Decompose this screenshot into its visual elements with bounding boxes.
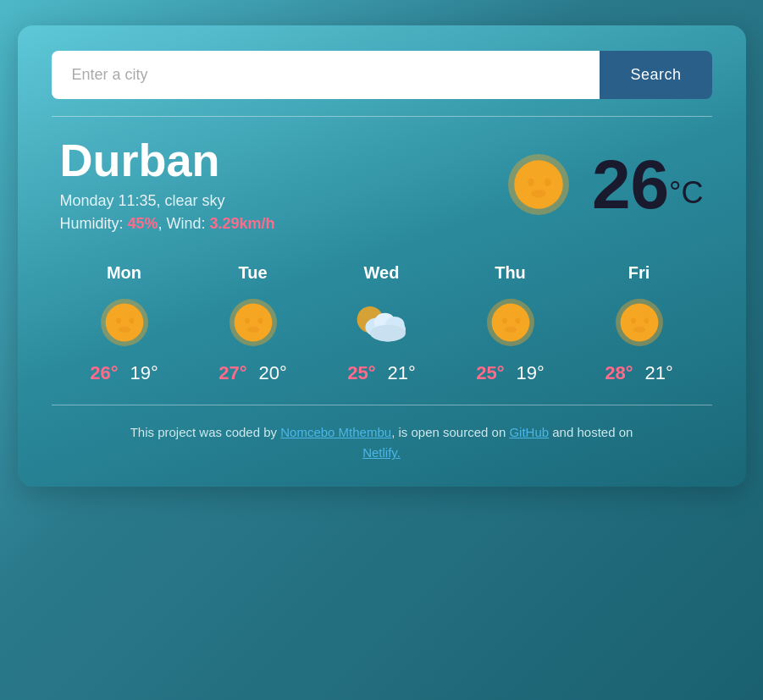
forecast-icon-mon bbox=[95, 293, 154, 352]
app-container: Search Durban Monday 11:35, clear sky Hu… bbox=[18, 25, 746, 487]
forecast-day-wed: Wed 25° 21° bbox=[347, 263, 416, 384]
temp-high-wed: 25° bbox=[347, 362, 375, 384]
temp-high-fri: 28° bbox=[605, 362, 633, 384]
wind-label: , Wind: bbox=[158, 215, 210, 232]
main-weather-icon bbox=[500, 146, 577, 223]
day-label-mon: Mon bbox=[107, 263, 141, 283]
weather-stats: Humidity: 45%, Wind: 3.29km/h bbox=[60, 215, 275, 233]
footer-netlify-link[interactable]: Netlify. bbox=[362, 445, 401, 460]
search-input[interactable] bbox=[52, 51, 600, 99]
humidity-value: 45% bbox=[128, 215, 158, 232]
footer: This project was coded by Nomcebo Mthemb… bbox=[52, 422, 712, 463]
svg-point-3 bbox=[545, 178, 550, 185]
day-label-wed: Wed bbox=[364, 263, 400, 283]
day-label-thu: Thu bbox=[495, 263, 526, 283]
svg-point-1 bbox=[514, 160, 563, 209]
temp-row-wed: 25° 21° bbox=[347, 362, 416, 384]
forecast-day-fri: Fri 28° 21° bbox=[605, 263, 673, 384]
weather-right: 26°C bbox=[500, 146, 704, 223]
svg-point-24 bbox=[515, 318, 520, 324]
footer-github-link[interactable]: GitHub bbox=[509, 425, 549, 439]
temp-row-tue: 27° 20° bbox=[218, 362, 287, 384]
forecast-icon-fri bbox=[610, 293, 669, 352]
svg-point-20 bbox=[370, 325, 406, 342]
divider-bottom bbox=[52, 405, 712, 405]
main-temp: 26 bbox=[592, 146, 669, 223]
temp-row-thu: 25° 19° bbox=[476, 362, 545, 384]
main-temp-display: 26°C bbox=[592, 150, 704, 219]
svg-point-11 bbox=[234, 304, 272, 342]
forecast-icon-tue bbox=[224, 293, 283, 352]
wind-value: 3.29km/h bbox=[210, 215, 275, 232]
svg-point-23 bbox=[502, 318, 507, 324]
forecast-day-tue: Tue 27° 20° bbox=[218, 263, 287, 384]
svg-point-28 bbox=[631, 318, 636, 324]
city-name: Durban bbox=[60, 135, 275, 185]
footer-author-link[interactable]: Nomcebo Mthembu bbox=[280, 425, 391, 439]
svg-point-27 bbox=[620, 304, 658, 342]
temp-high-thu: 25° bbox=[476, 362, 504, 384]
svg-point-9 bbox=[119, 327, 130, 333]
temp-unit: °C bbox=[669, 174, 703, 209]
footer-text-after: and hosted on bbox=[549, 425, 633, 439]
forecast-icon-wed bbox=[352, 293, 412, 352]
forecast-day-mon: Mon 26° 19° bbox=[90, 263, 158, 384]
svg-point-2 bbox=[528, 178, 534, 185]
temp-row-mon: 26° 19° bbox=[90, 362, 158, 384]
svg-point-13 bbox=[257, 318, 263, 324]
divider-top bbox=[52, 116, 712, 117]
svg-point-8 bbox=[129, 318, 134, 324]
temp-low-wed: 21° bbox=[388, 362, 416, 384]
day-label-tue: Tue bbox=[238, 263, 267, 283]
svg-point-30 bbox=[633, 327, 645, 333]
temp-low-tue: 20° bbox=[259, 362, 287, 384]
weather-date: Monday 11:35, clear sky bbox=[60, 192, 275, 210]
svg-point-6 bbox=[105, 304, 143, 342]
temp-low-fri: 21° bbox=[645, 362, 673, 384]
search-section: Search bbox=[52, 51, 712, 99]
svg-point-7 bbox=[116, 318, 121, 324]
humidity-label: Humidity: bbox=[60, 215, 128, 232]
forecast-section: Mon 26° 19° Tue bbox=[52, 263, 712, 384]
temp-row-fri: 28° 21° bbox=[605, 362, 673, 384]
svg-point-29 bbox=[644, 318, 649, 324]
search-button[interactable]: Search bbox=[600, 51, 711, 99]
footer-text-before: This project was coded by bbox=[130, 425, 281, 439]
temp-low-mon: 19° bbox=[130, 362, 158, 384]
forecast-day-thu: Thu 25° 19° bbox=[476, 263, 545, 384]
day-label-fri: Fri bbox=[628, 263, 650, 283]
svg-point-25 bbox=[505, 327, 517, 333]
temp-high-mon: 26° bbox=[90, 362, 118, 384]
footer-text-middle: , is open sourced on bbox=[391, 425, 509, 439]
main-weather: Durban Monday 11:35, clear sky Humidity:… bbox=[52, 135, 712, 233]
svg-point-14 bbox=[247, 327, 259, 333]
svg-point-12 bbox=[245, 318, 250, 324]
weather-left: Durban Monday 11:35, clear sky Humidity:… bbox=[60, 135, 275, 233]
svg-point-4 bbox=[531, 190, 546, 197]
temp-low-thu: 19° bbox=[517, 362, 545, 384]
temp-high-tue: 27° bbox=[218, 362, 246, 384]
forecast-icon-thu bbox=[481, 293, 540, 352]
svg-point-22 bbox=[491, 304, 529, 342]
